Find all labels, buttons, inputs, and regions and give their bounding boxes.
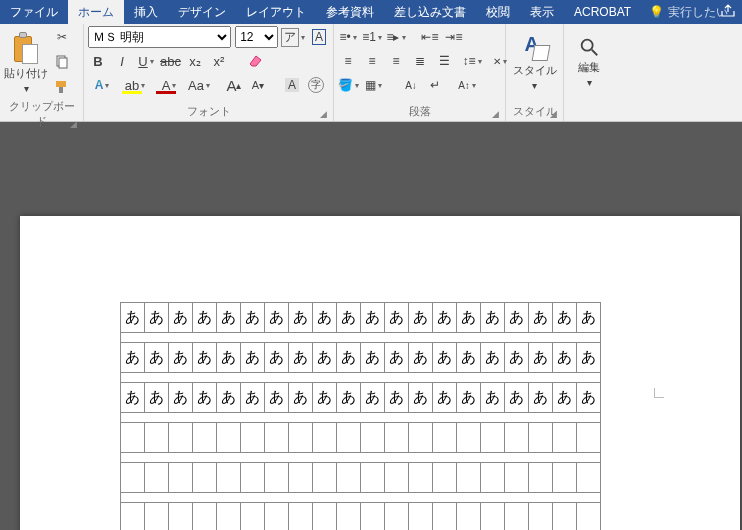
- grid-cell[interactable]: [361, 463, 385, 493]
- tab-view[interactable]: 表示: [520, 0, 564, 24]
- char-border-button[interactable]: A: [309, 26, 329, 48]
- grid-cell[interactable]: あ: [145, 383, 169, 413]
- tab-insert[interactable]: 挿入: [124, 0, 168, 24]
- grid-cell[interactable]: [265, 423, 289, 453]
- grid-cell[interactable]: あ: [529, 303, 553, 333]
- grid-cell[interactable]: [505, 503, 529, 531]
- subscript-button[interactable]: x₂: [185, 50, 205, 72]
- grid-cell[interactable]: [553, 463, 577, 493]
- grid-cell[interactable]: あ: [529, 383, 553, 413]
- grid-cell[interactable]: [169, 423, 193, 453]
- grid-cell[interactable]: あ: [241, 383, 265, 413]
- show-marks-button[interactable]: ↵: [425, 74, 445, 96]
- font-name-select[interactable]: ＭＳ 明朝: [88, 26, 231, 48]
- grid-cell[interactable]: あ: [553, 383, 577, 413]
- grid-cell[interactable]: あ: [553, 303, 577, 333]
- grid-cell[interactable]: あ: [337, 383, 361, 413]
- borders-button[interactable]: ▦: [363, 74, 383, 96]
- grid-cell[interactable]: [553, 503, 577, 531]
- strikethrough-button[interactable]: abc: [160, 50, 181, 72]
- grid-cell[interactable]: [169, 503, 193, 531]
- grid-cell[interactable]: [553, 423, 577, 453]
- paragraph-launcher[interactable]: ◢: [492, 109, 499, 119]
- grid-cell[interactable]: あ: [169, 383, 193, 413]
- styles-pane-button[interactable]: スタイル ▾: [513, 26, 557, 98]
- grid-cell[interactable]: [313, 423, 337, 453]
- highlight-button[interactable]: ab: [120, 74, 150, 96]
- grid-cell[interactable]: [577, 423, 601, 453]
- grid-cell[interactable]: あ: [457, 383, 481, 413]
- grid-cell[interactable]: あ: [409, 383, 433, 413]
- grid-cell[interactable]: あ: [145, 343, 169, 373]
- grid-cell[interactable]: あ: [265, 343, 289, 373]
- grid-cell[interactable]: あ: [121, 303, 145, 333]
- grid-cell[interactable]: [169, 463, 193, 493]
- grid-cell[interactable]: あ: [313, 303, 337, 333]
- grid-cell[interactable]: [385, 503, 409, 531]
- grid-cell[interactable]: [145, 463, 169, 493]
- grid-cell[interactable]: あ: [481, 303, 505, 333]
- grid-cell[interactable]: あ: [457, 343, 481, 373]
- grid-cell[interactable]: あ: [457, 303, 481, 333]
- grid-cell[interactable]: あ: [505, 343, 529, 373]
- tab-file[interactable]: ファイル: [0, 0, 68, 24]
- underline-button[interactable]: U: [136, 50, 156, 72]
- grid-cell[interactable]: あ: [289, 303, 313, 333]
- grid-cell[interactable]: あ: [289, 383, 313, 413]
- grid-cell[interactable]: あ: [409, 343, 433, 373]
- grid-cell[interactable]: あ: [433, 383, 457, 413]
- grid-cell[interactable]: [409, 423, 433, 453]
- grid-cell[interactable]: [481, 423, 505, 453]
- grid-cell[interactable]: あ: [217, 383, 241, 413]
- font-color-button[interactable]: A: [154, 74, 184, 96]
- grid-cell[interactable]: あ: [361, 343, 385, 373]
- grid-cell[interactable]: [193, 503, 217, 531]
- grid-cell[interactable]: あ: [169, 303, 193, 333]
- phonetic-guide-button[interactable]: ア: [282, 26, 305, 48]
- format-painter-button[interactable]: [52, 76, 72, 98]
- grid-cell[interactable]: あ: [361, 303, 385, 333]
- page[interactable]: ああああああああああああああああああああああああああああああああああああああああ…: [20, 216, 740, 530]
- grid-cell[interactable]: あ: [193, 383, 217, 413]
- clear-formatting-button[interactable]: [245, 50, 265, 72]
- grid-cell[interactable]: [289, 423, 313, 453]
- grid-cell[interactable]: [577, 503, 601, 531]
- grid-cell[interactable]: あ: [505, 383, 529, 413]
- grid-cell[interactable]: [217, 463, 241, 493]
- grid-cell[interactable]: あ: [337, 303, 361, 333]
- char-shading-button[interactable]: A: [282, 74, 302, 96]
- tab-acrobat[interactable]: ACROBAT: [564, 0, 641, 24]
- italic-button[interactable]: I: [112, 50, 132, 72]
- grid-cell[interactable]: [289, 503, 313, 531]
- enclose-char-button[interactable]: 字: [306, 74, 326, 96]
- decrease-indent-button[interactable]: ⇤≡: [420, 26, 440, 48]
- line-spacing-button[interactable]: ↕≡: [462, 50, 482, 72]
- align-left-button[interactable]: ≡: [338, 50, 358, 72]
- grid-cell[interactable]: [457, 463, 481, 493]
- grid-cell[interactable]: [265, 463, 289, 493]
- grid-cell[interactable]: あ: [481, 383, 505, 413]
- paste-button[interactable]: 貼り付け ▾: [4, 26, 48, 98]
- grid-cell[interactable]: [481, 463, 505, 493]
- grid-cell[interactable]: [529, 423, 553, 453]
- cut-button[interactable]: ✂: [52, 26, 72, 48]
- grid-cell[interactable]: [409, 503, 433, 531]
- grid-cell[interactable]: あ: [121, 343, 145, 373]
- grid-cell[interactable]: あ: [289, 343, 313, 373]
- grid-cell[interactable]: あ: [433, 343, 457, 373]
- grid-cell[interactable]: [217, 503, 241, 531]
- editing-button[interactable]: 編集 ▾: [568, 26, 610, 98]
- grid-cell[interactable]: あ: [577, 343, 601, 373]
- grid-cell[interactable]: [241, 503, 265, 531]
- grid-cell[interactable]: あ: [145, 303, 169, 333]
- font-launcher[interactable]: ◢: [320, 109, 327, 119]
- grid-cell[interactable]: [361, 503, 385, 531]
- grid-cell[interactable]: [529, 463, 553, 493]
- grid-cell[interactable]: [145, 423, 169, 453]
- grid-cell[interactable]: [241, 463, 265, 493]
- grid-cell[interactable]: [457, 503, 481, 531]
- superscript-button[interactable]: x²: [209, 50, 229, 72]
- increase-indent-button[interactable]: ⇥≡: [444, 26, 464, 48]
- grid-cell[interactable]: あ: [385, 303, 409, 333]
- grid-cell[interactable]: [313, 503, 337, 531]
